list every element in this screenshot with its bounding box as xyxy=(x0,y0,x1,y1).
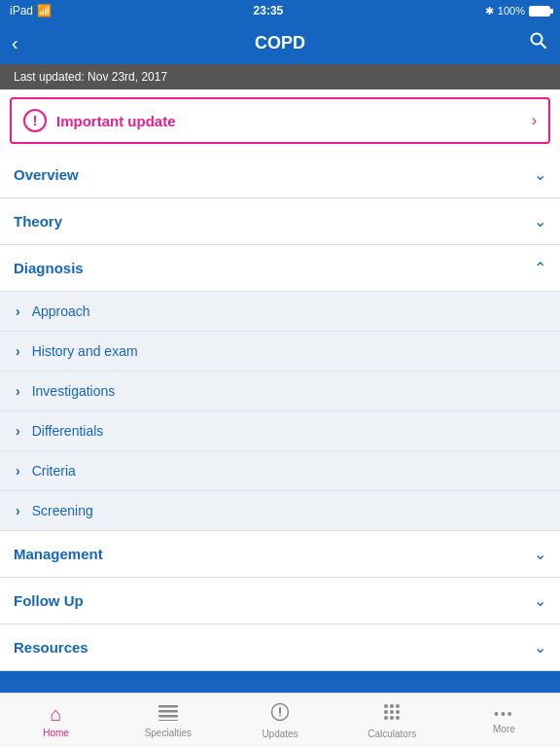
tab-bar: ⌂ Home Specialties Updates xyxy=(0,693,560,747)
sub-item-criteria[interactable]: › Criteria xyxy=(0,451,560,491)
svg-line-1 xyxy=(542,43,546,48)
sub-item-differentials[interactable]: › Differentials xyxy=(0,411,560,451)
section-theory-label: Theory xyxy=(14,213,62,230)
section-followup-label: Follow Up xyxy=(14,592,84,609)
more-icon: ••• xyxy=(494,706,514,722)
tab-home[interactable]: ⌂ Home xyxy=(0,703,112,738)
svg-point-17 xyxy=(396,716,400,720)
svg-point-13 xyxy=(390,710,394,714)
tab-home-label: Home xyxy=(43,728,69,738)
tab-calculators-label: Calculators xyxy=(368,729,416,739)
sub-item-screening[interactable]: › Screening xyxy=(0,491,560,530)
section-overview-label: Overview xyxy=(14,166,79,183)
section-followup[interactable]: Follow Up ⌄ xyxy=(0,578,560,624)
tab-updates-label: Updates xyxy=(262,729,298,739)
status-time: 23:35 xyxy=(254,4,284,18)
scroll-content: ! Important update › Overview ⌄ Theory ⌄… xyxy=(0,89,560,693)
sub-chevron-criteria: › xyxy=(16,463,20,479)
svg-rect-3 xyxy=(158,710,178,713)
svg-point-8 xyxy=(279,714,281,716)
section-overview[interactable]: Overview ⌄ xyxy=(0,152,560,198)
important-update-banner[interactable]: ! Important update › xyxy=(10,97,550,144)
svg-rect-5 xyxy=(158,720,178,721)
battery-icon xyxy=(529,6,550,17)
sub-label-criteria: Criteria xyxy=(32,463,76,479)
section-management-label: Management xyxy=(14,546,103,562)
svg-point-15 xyxy=(384,716,388,720)
search-button[interactable] xyxy=(519,31,548,55)
sub-chevron-differentials: › xyxy=(16,423,20,439)
tab-more[interactable]: ••• More xyxy=(448,706,560,734)
section-diagnosis-chevron: ⌃ xyxy=(534,259,546,277)
section-resources-chevron: ⌄ xyxy=(534,638,546,657)
sub-item-approach[interactable]: › Approach xyxy=(0,292,560,332)
tab-specialties[interactable]: Specialties xyxy=(112,703,224,738)
calculators-icon xyxy=(382,702,402,727)
section-resources[interactable]: Resources ⌄ xyxy=(0,624,560,671)
section-theory-chevron: ⌄ xyxy=(534,212,546,231)
section-theory[interactable]: Theory ⌄ xyxy=(0,198,560,245)
important-icon: ! xyxy=(23,109,47,132)
sub-label-approach: Approach xyxy=(32,303,90,319)
sub-chevron-approach: › xyxy=(16,303,20,319)
svg-point-14 xyxy=(396,710,400,714)
carrier-label: iPad xyxy=(10,4,33,18)
sub-label-history: History and exam xyxy=(32,343,138,359)
svg-point-11 xyxy=(396,704,400,708)
diagnosis-sub-items: › Approach › History and exam › Investig… xyxy=(0,292,560,531)
last-updated-bar: Last updated: Nov 23rd, 2017 xyxy=(0,64,560,89)
tab-more-label: More xyxy=(493,724,515,734)
important-update-chevron: › xyxy=(532,112,537,129)
bluetooth-icon: ✱ xyxy=(485,5,494,18)
wifi-icon: 📶 xyxy=(37,4,52,18)
sub-chevron-history: › xyxy=(16,343,20,359)
section-diagnosis[interactable]: Diagnosis ⌃ xyxy=(0,245,560,292)
svg-point-9 xyxy=(384,704,388,708)
sub-chevron-investigations: › xyxy=(16,383,20,399)
home-icon: ⌂ xyxy=(51,703,62,726)
tab-updates[interactable]: Updates xyxy=(224,702,335,739)
svg-point-12 xyxy=(384,710,388,714)
section-diagnosis-label: Diagnosis xyxy=(14,260,84,276)
sub-item-history[interactable]: › History and exam xyxy=(0,332,560,372)
specialties-icon xyxy=(158,703,178,726)
status-bar: iPad 📶 23:35 ✱ 100% xyxy=(0,0,560,21)
status-left: iPad 📶 xyxy=(10,4,52,18)
sub-label-investigations: Investigations xyxy=(32,383,116,399)
sub-label-screening: Screening xyxy=(32,503,93,518)
footer-fill xyxy=(0,671,560,693)
sub-chevron-screening: › xyxy=(16,503,20,518)
svg-rect-2 xyxy=(158,705,178,708)
tab-calculators[interactable]: Calculators xyxy=(336,702,448,739)
svg-point-10 xyxy=(390,704,394,708)
section-overview-chevron: ⌄ xyxy=(534,165,546,184)
section-management[interactable]: Management ⌄ xyxy=(0,531,560,578)
updates-icon xyxy=(270,702,290,727)
important-update-label: Important update xyxy=(56,113,532,129)
section-management-chevron: ⌄ xyxy=(534,545,546,563)
sub-label-differentials: Differentials xyxy=(32,423,104,439)
page-title: COPD xyxy=(41,33,519,53)
section-resources-label: Resources xyxy=(14,639,88,656)
section-followup-chevron: ⌄ xyxy=(534,591,546,610)
svg-rect-4 xyxy=(158,715,178,718)
svg-point-16 xyxy=(390,716,394,720)
nav-bar: ‹ COPD xyxy=(0,21,560,64)
sub-item-investigations[interactable]: › Investigations xyxy=(0,372,560,411)
battery-label: 100% xyxy=(498,5,525,17)
tab-specialties-label: Specialties xyxy=(145,728,192,738)
last-updated-text: Last updated: Nov 23rd, 2017 xyxy=(14,70,167,84)
status-right: ✱ 100% xyxy=(485,5,550,18)
back-button[interactable]: ‹ xyxy=(12,32,41,54)
